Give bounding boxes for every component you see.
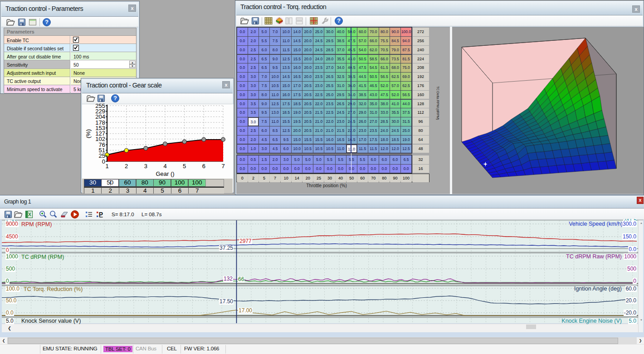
svg-text:2: 2 bbox=[125, 163, 128, 170]
svg-text:4: 4 bbox=[163, 163, 166, 170]
svg-text:5: 5 bbox=[183, 163, 186, 170]
svg-text:Gear (): Gear () bbox=[156, 170, 174, 177]
svg-text:6: 6 bbox=[202, 163, 205, 170]
svg-text:X: X bbox=[28, 212, 32, 217]
svg-text:(%): (%) bbox=[85, 129, 92, 138]
svg-text:1: 1 bbox=[105, 163, 108, 170]
svg-text:7: 7 bbox=[221, 163, 224, 170]
svg-text:?: ? bbox=[113, 95, 117, 102]
svg-text:3: 3 bbox=[144, 163, 147, 170]
svg-text:255: 255 bbox=[95, 104, 105, 109]
